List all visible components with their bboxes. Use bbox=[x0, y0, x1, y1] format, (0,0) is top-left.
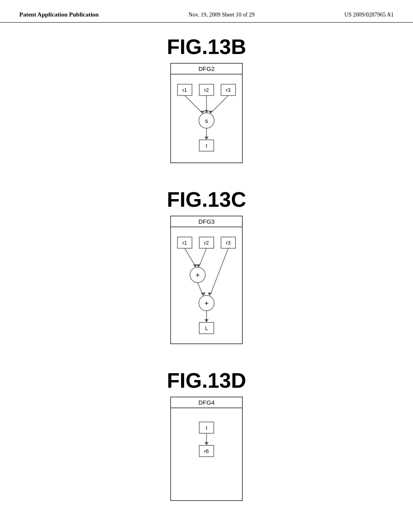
dfg2-svg: r1 r2 r3 s bbox=[174, 80, 239, 157]
svg-text:s: s bbox=[205, 117, 208, 124]
fig13c-title: FIG.13C bbox=[167, 187, 246, 212]
svg-marker-15 bbox=[204, 137, 209, 140]
svg-marker-37 bbox=[204, 319, 209, 322]
svg-text:r2: r2 bbox=[204, 240, 209, 246]
svg-text:L: L bbox=[205, 325, 208, 331]
fig13d-title: FIG.13D bbox=[167, 368, 246, 393]
svg-text:r1: r1 bbox=[182, 87, 187, 93]
sheet-info: Nov. 19, 2009 Sheet 10 of 29 bbox=[188, 12, 254, 18]
figure-13d-section: FIG.13D DFG4 t r6 bbox=[167, 368, 246, 517]
main-content: FIG.13B DFG2 r1 r2 r3 bbox=[0, 23, 413, 532]
svg-line-30 bbox=[198, 283, 202, 294]
svg-marker-11 bbox=[208, 111, 213, 113]
dfg4-svg: t r6 bbox=[174, 414, 239, 495]
dfg3-body: r1 r2 r3 + bbox=[171, 227, 242, 343]
figure-13c-section: FIG.13C DFG3 r1 r2 r3 bbox=[167, 187, 246, 360]
svg-text:r3: r3 bbox=[226, 87, 231, 93]
svg-text:r1: r1 bbox=[182, 240, 187, 246]
svg-line-10 bbox=[211, 96, 228, 113]
dfg3-svg: r1 r2 r3 + bbox=[174, 233, 239, 338]
svg-text:+: + bbox=[196, 271, 200, 279]
dfg2-label: DFG2 bbox=[171, 64, 242, 75]
svg-text:r2: r2 bbox=[204, 87, 209, 93]
dfg3-diagram: DFG3 r1 r2 r3 bbox=[170, 216, 243, 344]
svg-text:r3: r3 bbox=[226, 240, 231, 246]
dfg2-body: r1 r2 r3 s bbox=[171, 75, 242, 162]
svg-text:r6: r6 bbox=[204, 448, 209, 454]
svg-line-26 bbox=[199, 248, 206, 266]
patent-number: US 2009/0287965 A1 bbox=[344, 12, 394, 18]
svg-line-32 bbox=[211, 248, 228, 294]
page-header: Patent Application Publication Nov. 19, … bbox=[0, 0, 413, 23]
svg-marker-7 bbox=[200, 111, 205, 113]
dfg3-label: DFG3 bbox=[171, 216, 242, 227]
dfg4-body: t r6 bbox=[171, 408, 242, 500]
svg-line-24 bbox=[185, 248, 195, 266]
fig13b-title: FIG.13B bbox=[167, 35, 246, 59]
svg-text:+: + bbox=[204, 299, 209, 308]
dfg2-diagram: DFG2 r1 r2 r3 bbox=[170, 63, 243, 163]
publication-label: Patent Application Publication bbox=[19, 11, 99, 18]
dfg4-diagram: DFG4 t r6 bbox=[170, 397, 243, 501]
svg-line-6 bbox=[185, 96, 202, 113]
dfg4-label: DFG4 bbox=[171, 397, 242, 408]
svg-text:t: t bbox=[206, 425, 207, 431]
svg-text:t: t bbox=[206, 143, 207, 149]
figure-13b-section: FIG.13B DFG2 r1 r2 r3 bbox=[167, 35, 246, 179]
svg-marker-43 bbox=[204, 442, 209, 445]
